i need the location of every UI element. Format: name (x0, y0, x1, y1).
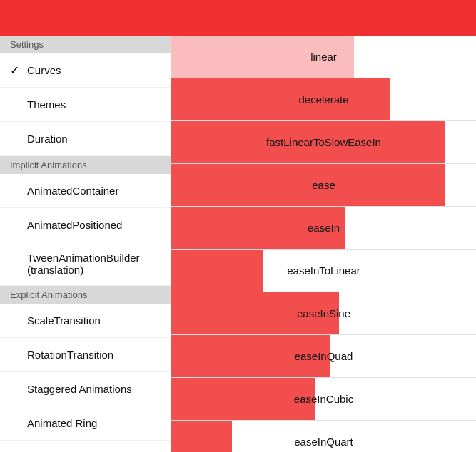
sidebar-label-duration: Duration (27, 133, 161, 145)
curve-row-fastLinearToSlowEaseIn[interactable]: fastLinearToSlowEaseIn (171, 121, 476, 164)
sidebar-label-rotation-transition: RotationTransition (27, 349, 161, 361)
curve-label-ease: ease (171, 166, 476, 204)
sidebar-item-staggered-animations[interactable]: Staggered Animations (0, 372, 171, 406)
sidebar-item-tween-animation[interactable]: TweenAnimationBuilder (translation) (0, 242, 171, 286)
curve-row-ease[interactable]: ease (171, 164, 476, 207)
section-header-implicit-animations: Implicit Animations (0, 156, 171, 174)
curve-label-easeInSine: easeInSine (171, 294, 476, 332)
checkmark-curves: ✓ (10, 63, 27, 77)
sidebar-label-themes: Themes (27, 98, 161, 111)
curve-row-easeIn[interactable]: easeIn (171, 207, 476, 250)
curve-row-easeInQuad[interactable]: easeInQuad (171, 335, 476, 378)
curve-label-easeInQuad: easeInQuad (171, 337, 476, 375)
sidebar-item-animated-ring[interactable]: Animated Ring (0, 406, 171, 441)
sidebar: Settings✓CurvesThemesDurationImplicit An… (0, 36, 171, 452)
sidebar-label-animated-positioned: AnimatedPositioned (27, 219, 161, 231)
sidebar-item-animated-container[interactable]: AnimatedContainer (0, 174, 171, 208)
sidebar-item-rotation-transition[interactable]: RotationTransition (0, 338, 171, 372)
sidebar-item-animated-positioned[interactable]: AnimatedPositioned (0, 208, 171, 242)
header (0, 0, 476, 36)
curve-label-easeInCubic: easeInCubic (171, 380, 476, 418)
curve-label-easeIn: easeIn (171, 209, 476, 247)
sidebar-item-scale-transition[interactable]: ScaleTransition (0, 304, 171, 338)
curve-label-easeInQuart: easeInQuart (171, 423, 476, 452)
sidebar-label-tween-animation: TweenAnimationBuilder (translation) (27, 252, 161, 276)
curve-row-easeInCubic[interactable]: easeInCubic (171, 378, 476, 421)
curve-label-decelerate: decelerate (171, 81, 476, 118)
sidebar-label-curves: Curves (27, 64, 161, 76)
main-layout: Settings✓CurvesThemesDurationImplicit An… (0, 36, 476, 452)
header-left (0, 0, 171, 36)
curve-row-easeInToLinear[interactable]: easeInToLinear (171, 250, 476, 292)
sidebar-label-staggered-animations: Staggered Animations (27, 383, 161, 395)
curve-label-fastLinearToSlowEaseIn: fastLinearToSlowEaseIn (171, 123, 476, 161)
curves-content: lineardeceleratefastLinearToSlowEaseInea… (171, 36, 476, 452)
sidebar-label-animated-ring: Animated Ring (27, 417, 161, 429)
sidebar-item-themes[interactable]: Themes (0, 88, 171, 122)
sidebar-label-scale-transition: ScaleTransition (27, 314, 161, 327)
curve-label-easeInToLinear: easeInToLinear (171, 252, 476, 289)
sidebar-label-animated-container: AnimatedContainer (27, 185, 161, 197)
header-right (171, 0, 476, 36)
curve-row-linear[interactable]: linear (171, 36, 476, 78)
curve-row-easeInSine[interactable]: easeInSine (171, 292, 476, 335)
curve-row-easeInQuart[interactable]: easeInQuart (171, 421, 476, 452)
section-header-settings: Settings (0, 36, 171, 53)
sidebar-item-duration[interactable]: Duration (0, 122, 171, 156)
curve-row-decelerate[interactable]: decelerate (171, 78, 476, 121)
sidebar-item-curves[interactable]: ✓Curves (0, 53, 171, 88)
section-header-explicit-animations: Explicit Animations (0, 286, 171, 304)
curve-label-linear: linear (171, 38, 476, 76)
